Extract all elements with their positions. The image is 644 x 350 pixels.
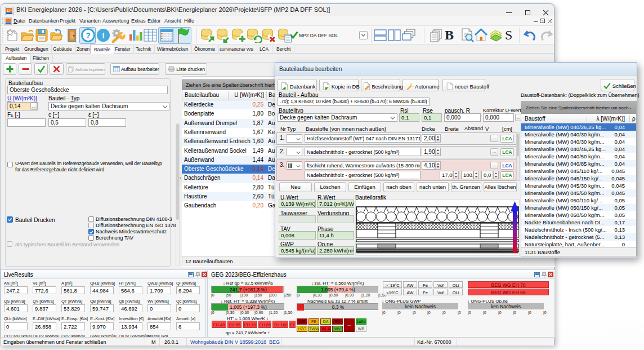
svg-text:?: ? bbox=[86, 31, 91, 40]
svg-text:i: i bbox=[102, 31, 104, 40]
svg-text:EP: EP bbox=[7, 9, 11, 12]
